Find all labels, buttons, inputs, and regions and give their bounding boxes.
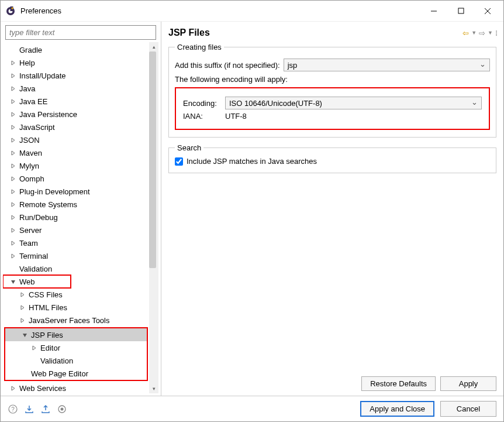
preferences-tree[interactable]: GradleHelpInstall/UpdateJavaJava EEJava … bbox=[3, 42, 158, 393]
tree-item-label: Install/Update bbox=[18, 71, 66, 80]
tree-item[interactable]: Plug-in Development bbox=[3, 185, 158, 198]
tree-item[interactable]: Java EE bbox=[3, 95, 158, 108]
include-jsp-checkbox[interactable] bbox=[175, 157, 183, 166]
oomph-icon[interactable] bbox=[57, 404, 67, 414]
preferences-window: Preferences GradleHelpInstall/UpdateJava… bbox=[0, 0, 504, 422]
chevron-right-icon[interactable] bbox=[9, 174, 17, 183]
app-icon bbox=[5, 6, 16, 16]
chevron-right-icon[interactable] bbox=[9, 187, 17, 195]
tree-item[interactable]: Remote Systems bbox=[3, 198, 158, 211]
chevron-right-icon[interactable] bbox=[9, 97, 17, 105]
chevron-right-icon[interactable] bbox=[18, 316, 26, 324]
tree-item[interactable]: Terminal bbox=[3, 249, 158, 262]
cancel-button[interactable]: Cancel bbox=[440, 401, 496, 417]
scroll-up-icon[interactable]: ▴ bbox=[149, 42, 158, 52]
tree-item[interactable]: Server bbox=[3, 224, 158, 236]
forward-menu-icon[interactable]: ▼ bbox=[488, 30, 493, 36]
chevron-down-icon[interactable] bbox=[9, 277, 17, 286]
chevron-right-icon[interactable] bbox=[30, 344, 38, 352]
chevron-right-icon[interactable] bbox=[9, 162, 17, 170]
search-legend: Search bbox=[175, 143, 203, 152]
tree-item[interactable]: Validation bbox=[5, 354, 147, 367]
tree-item-label: Terminal bbox=[18, 252, 48, 260]
forward-icon[interactable]: ⇨ bbox=[479, 29, 485, 37]
tree-wrap: GradleHelpInstall/UpdateJavaJava EEJava … bbox=[3, 42, 158, 393]
chevron-right-icon[interactable] bbox=[9, 200, 17, 208]
chevron-right-icon[interactable] bbox=[9, 226, 17, 234]
tree-scrollbar[interactable]: ▴ ▾ bbox=[149, 42, 158, 393]
scroll-track[interactable] bbox=[149, 52, 158, 384]
svg-rect-5 bbox=[458, 8, 464, 13]
tree-item[interactable]: Java bbox=[3, 82, 158, 95]
tree-item[interactable]: Gradle bbox=[3, 43, 158, 56]
help-icon[interactable]: ? bbox=[8, 404, 18, 414]
svg-point-11 bbox=[61, 407, 64, 410]
tree-item[interactable]: Mylyn bbox=[3, 159, 158, 172]
content-spacer bbox=[168, 179, 496, 373]
tree-item[interactable]: Web Services bbox=[3, 382, 158, 393]
chevron-right-icon[interactable] bbox=[9, 252, 17, 260]
apply-and-close-button[interactable]: Apply and Close bbox=[360, 401, 434, 417]
chevron-right-icon[interactable] bbox=[9, 59, 17, 67]
back-icon[interactable]: ⇦ bbox=[462, 29, 469, 37]
tree-item-label: Java bbox=[18, 84, 35, 93]
tree-item[interactable]: Editor bbox=[5, 341, 147, 354]
tree-item[interactable]: Validation bbox=[3, 262, 158, 275]
chevron-right-icon[interactable] bbox=[9, 110, 17, 118]
tree-item[interactable]: Run/Debug bbox=[3, 211, 158, 224]
scroll-thumb[interactable] bbox=[149, 52, 156, 268]
tree-item[interactable]: JavaScript bbox=[3, 121, 158, 133]
tree-item[interactable]: HTML Files bbox=[3, 301, 158, 314]
chevron-right-icon[interactable] bbox=[18, 303, 26, 311]
tree-item[interactable]: Help bbox=[3, 56, 158, 69]
include-jsp-label[interactable]: Include JSP matches in Java searches bbox=[187, 157, 317, 166]
tree-item[interactable]: CSS Files bbox=[3, 288, 158, 301]
chevron-right-icon[interactable] bbox=[9, 136, 17, 144]
tree-item[interactable]: Web bbox=[3, 275, 71, 288]
maximize-button[interactable] bbox=[447, 2, 474, 20]
tree-item[interactable]: Maven bbox=[3, 146, 158, 159]
tree-item[interactable]: Team bbox=[3, 236, 158, 249]
tree-item[interactable]: Web Page Editor bbox=[5, 367, 147, 380]
restore-defaults-button[interactable]: Restore Defaults bbox=[361, 376, 436, 391]
chevron-down-icon[interactable] bbox=[20, 331, 29, 339]
chevron-right-icon[interactable] bbox=[9, 149, 17, 157]
encoding-apply-label: The following encoding will apply: bbox=[175, 75, 490, 84]
iana-row: IANA: UTF-8 bbox=[183, 112, 482, 121]
tree-item[interactable]: JavaServer Faces Tools bbox=[3, 314, 158, 327]
apply-button[interactable]: Apply bbox=[440, 376, 496, 391]
tree-item[interactable]: Oomph bbox=[3, 172, 158, 185]
suffix-label: Add this suffix (if not specified): bbox=[175, 61, 280, 70]
filter-input[interactable] bbox=[5, 25, 156, 40]
dialog-body: GradleHelpInstall/UpdateJavaJava EEJava … bbox=[1, 22, 503, 396]
close-button[interactable] bbox=[474, 2, 501, 20]
export-prefs-icon[interactable] bbox=[40, 404, 51, 414]
encoding-combo[interactable]: ISO 10646/Unicode(UTF-8) bbox=[225, 97, 482, 109]
expander-placeholder bbox=[9, 265, 17, 273]
chevron-right-icon[interactable] bbox=[9, 213, 17, 221]
chevron-right-icon[interactable] bbox=[9, 384, 17, 392]
chevron-right-icon[interactable] bbox=[9, 239, 17, 247]
footer-buttons: Apply and Close Cancel bbox=[360, 401, 496, 417]
suffix-combo[interactable]: jsp bbox=[284, 59, 490, 71]
tree-item[interactable]: JSP Files bbox=[5, 328, 147, 341]
tree-item[interactable]: JSON bbox=[3, 133, 158, 146]
import-prefs-icon[interactable] bbox=[24, 404, 34, 414]
svg-text:?: ? bbox=[11, 406, 15, 413]
tree-item-label: Web Page Editor bbox=[30, 369, 88, 378]
page-toolbar: ⇦ ▼ ⇨ ▼ ⁞ bbox=[462, 29, 496, 37]
chevron-right-icon[interactable] bbox=[9, 71, 17, 80]
scroll-down-icon[interactable]: ▾ bbox=[149, 384, 158, 393]
tree-item[interactable]: Java Persistence bbox=[3, 108, 158, 121]
chevron-right-icon[interactable] bbox=[9, 123, 17, 131]
tree-item-label: JavaServer Faces Tools bbox=[27, 316, 110, 325]
minimize-button[interactable] bbox=[420, 2, 447, 20]
titlebar: Preferences bbox=[1, 1, 503, 22]
view-menu-icon[interactable]: ⁞ bbox=[495, 29, 496, 37]
chevron-right-icon[interactable] bbox=[18, 290, 26, 299]
back-menu-icon[interactable]: ▼ bbox=[471, 30, 477, 36]
preferences-sidebar: GradleHelpInstall/UpdateJavaJava EEJava … bbox=[1, 22, 161, 396]
chevron-right-icon[interactable] bbox=[9, 84, 17, 92]
tree-item-label: Web bbox=[18, 277, 35, 286]
tree-item[interactable]: Install/Update bbox=[3, 69, 158, 82]
